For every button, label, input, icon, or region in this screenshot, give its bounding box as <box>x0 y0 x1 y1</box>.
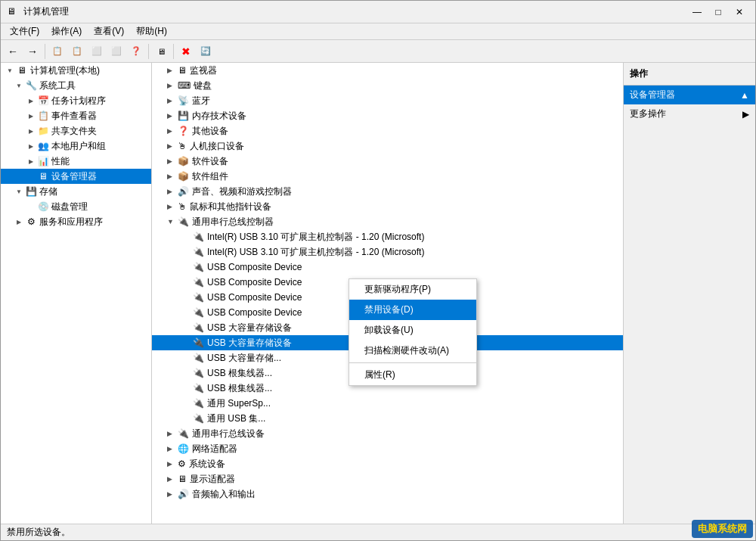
tree-sys-tools[interactable]: ▼ 🔧 系统工具 <box>1 78 151 93</box>
context-disable-device[interactable]: 禁用设备(D) <box>349 300 476 320</box>
back-button[interactable]: ← <box>4 42 22 61</box>
device-keyboard[interactable]: ▶ ⌨ 键盘 <box>152 78 623 93</box>
tree-shared-label: 共享文件夹 <box>51 125 97 138</box>
device-softcomp[interactable]: ▶ 📦 软件组件 <box>152 169 623 184</box>
task-icon: 📅 <box>37 95 49 107</box>
toolbar-btn-monitor[interactable]: 🖥 <box>152 42 170 61</box>
toolbar-btn-4[interactable]: 📋 <box>68 42 86 61</box>
toolbar-sep-1 <box>45 44 45 59</box>
status-bar: 禁用所选设备。 <box>1 524 755 540</box>
tree-root-label: 计算机管理(本地) <box>30 64 100 77</box>
device-memory[interactable]: ▶ 💾 内存技术设备 <box>152 108 623 123</box>
expand-icon: ▶ <box>25 95 37 107</box>
title-icon: 🖥 <box>7 6 19 18</box>
main-content: ▼ 🖥 计算机管理(本地) ▼ 🔧 系统工具 ▶ 📅 任务计划程序 ▶ 📋 事件… <box>1 63 755 524</box>
tree-device-mgr[interactable]: 🖥 设备管理器 <box>1 169 151 184</box>
expand-icon: ▼ <box>13 185 25 197</box>
disk-icon: 💿 <box>37 201 49 213</box>
expand-icon: ▶ <box>25 110 37 122</box>
toolbar-btn-5[interactable]: ⬜ <box>88 42 106 61</box>
computer-icon: 🖥 <box>16 64 28 76</box>
device-audio[interactable]: ▶ 🔊 音频输入和输出 <box>152 487 623 502</box>
toolbar-btn-6[interactable]: ⬜ <box>107 42 125 61</box>
context-properties[interactable]: 属性(R) <box>349 365 476 385</box>
tree-disk-label: 磁盘管理 <box>51 201 88 213</box>
menu-view[interactable]: 查看(V) <box>88 23 130 39</box>
center-panel: ▶ 🖥 监视器 ▶ ⌨ 键盘 ▶ 📡 蓝牙 ▶ 💾 内存技术设备 ▶ ❓ <box>152 63 623 524</box>
device-hid[interactable]: ▶ 🖱 人机接口设备 <box>152 138 623 154</box>
tree-disk-mgr[interactable]: 💿 磁盘管理 <box>1 199 151 214</box>
device-sound[interactable]: ▶ 🔊 声音、视频和游戏控制器 <box>152 184 623 199</box>
device-mouse[interactable]: ▶ 🖱 鼠标和其他指针设备 <box>152 199 623 214</box>
tree-task-label: 任务计划程序 <box>51 95 106 107</box>
maximize-button[interactable]: □ <box>708 5 728 20</box>
device-icon: 🖥 <box>37 170 49 182</box>
toolbar-btn-refresh[interactable]: 🔄 <box>197 42 215 61</box>
right-panel: 操作 设备管理器 ▲ 更多操作 ▶ <box>623 63 755 524</box>
tree-users-label: 本地用户和组 <box>51 140 106 153</box>
menu-help[interactable]: 帮助(H) <box>130 23 173 39</box>
status-text: 禁用所选设备。 <box>7 526 70 539</box>
device-other[interactable]: ▶ ❓ 其他设备 <box>152 123 623 138</box>
menu-file[interactable]: 文件(F) <box>4 23 45 39</box>
actions-header: 操作 <box>624 63 755 86</box>
device-usb-generic[interactable]: 🔌 通用 USB 集... <box>152 411 623 426</box>
toolbar-btn-help[interactable]: ❓ <box>127 42 145 61</box>
context-separator <box>349 362 476 363</box>
device-software[interactable]: ▶ 📦 软件设备 <box>152 154 623 169</box>
tree-task-sched[interactable]: ▶ 📅 任务计划程序 <box>1 93 151 108</box>
device-network[interactable]: ▶ 🌐 网络适配器 <box>152 441 623 456</box>
window-controls: — □ ✕ <box>687 5 749 20</box>
toolbar-sep-3 <box>173 44 174 59</box>
close-button[interactable]: ✕ <box>730 5 749 20</box>
minimize-button[interactable]: — <box>687 5 707 20</box>
tree-shared[interactable]: ▶ 📁 共享文件夹 <box>1 123 151 138</box>
arrow-icon: ▲ <box>740 90 749 101</box>
tree-storage-label: 存储 <box>39 185 57 198</box>
tree-local-users[interactable]: ▶ 👥 本地用户和组 <box>1 138 151 154</box>
toolbar: ← → 📋 📋 ⬜ ⬜ ❓ 🖥 ✖ 🔄 <box>1 40 755 63</box>
main-window: 🖥 计算机管理 — □ ✕ 文件(F) 操作(A) 查看(V) 帮助(H) ← … <box>0 0 756 541</box>
device-usb-comp1[interactable]: 🔌 USB Composite Device <box>152 260 623 275</box>
device-usb-intel2[interactable]: 🔌 Intel(R) USB 3.10 可扩展主机控制器 - 1.20 (Mic… <box>152 244 623 260</box>
menu-bar: 文件(F) 操作(A) 查看(V) 帮助(H) <box>1 23 755 40</box>
device-display[interactable]: ▶ 🖥 显示适配器 <box>152 471 623 487</box>
context-menu: 更新驱动程序(P) 禁用设备(D) 卸载设备(U) 扫描检测硬件改动(A) 属性… <box>349 278 477 386</box>
device-usb-intel1[interactable]: 🔌 Intel(R) USB 3.10 可扩展主机控制器 - 1.20 (Mic… <box>152 229 623 244</box>
device-usb-dev[interactable]: ▶ 🔌 通用串行总线设备 <box>152 426 623 441</box>
toolbar-btn-3[interactable]: 📋 <box>48 42 67 61</box>
users-icon: 👥 <box>37 140 49 152</box>
tree-root[interactable]: ▼ 🖥 计算机管理(本地) <box>1 63 151 78</box>
context-uninstall-device[interactable]: 卸载设备(U) <box>349 320 476 340</box>
tree-device-label: 设备管理器 <box>51 170 97 183</box>
event-icon: 📋 <box>37 110 49 122</box>
tree-event-viewer[interactable]: ▶ 📋 事件查看器 <box>1 108 151 123</box>
folder-icon: 📁 <box>37 125 49 137</box>
expand-icon <box>25 170 37 182</box>
device-sys[interactable]: ▶ ⚙ 系统设备 <box>152 456 623 471</box>
context-scan-hardware[interactable]: 扫描检测硬件改动(A) <box>349 340 476 361</box>
device-bluetooth[interactable]: ▶ 📡 蓝牙 <box>152 93 623 108</box>
tree-performance[interactable]: ▶ 📊 性能 <box>1 154 151 169</box>
tree-services-label: 服务和应用程序 <box>39 216 103 229</box>
services-icon: ⚙ <box>25 216 37 228</box>
storage-icon: 💾 <box>25 185 37 197</box>
title-bar: 🖥 计算机管理 — □ ✕ <box>1 1 755 23</box>
arrow-right-icon: ▶ <box>742 109 749 120</box>
context-update-driver[interactable]: 更新驱动程序(P) <box>349 279 476 300</box>
tree-perf-label: 性能 <box>51 155 70 168</box>
toolbar-sep-2 <box>148 44 149 59</box>
expand-icon <box>25 201 37 213</box>
action-device-mgr[interactable]: 设备管理器 ▲ <box>624 86 755 104</box>
expand-icon: ▼ <box>13 79 25 92</box>
tools-icon: 🔧 <box>25 79 37 92</box>
tree-services[interactable]: ▶ ⚙ 服务和应用程序 <box>1 214 151 229</box>
menu-action[interactable]: 操作(A) <box>45 23 88 39</box>
forward-button[interactable]: → <box>23 42 42 61</box>
toolbar-btn-delete[interactable]: ✖ <box>177 42 195 61</box>
device-monitors[interactable]: ▶ 🖥 监视器 <box>152 63 623 78</box>
device-usb-supersp[interactable]: 🔌 通用 SuperSp... <box>152 396 623 411</box>
tree-storage[interactable]: ▼ 💾 存储 <box>1 184 151 199</box>
action-more[interactable]: 更多操作 ▶ <box>624 104 755 123</box>
device-usb-ctrl[interactable]: ▼ 🔌 通用串行总线控制器 <box>152 214 623 229</box>
